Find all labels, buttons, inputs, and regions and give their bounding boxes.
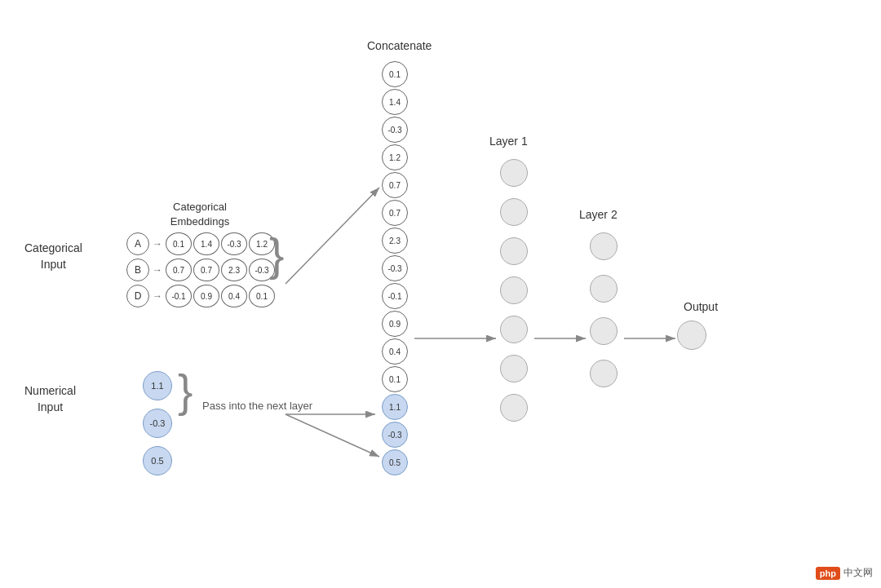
embed-val-d2: 0.9	[193, 285, 219, 307]
concat-c5: 0.7	[382, 172, 408, 198]
svg-line-1	[286, 188, 379, 284]
numerical-circles: 1.1 -0.3 0.5	[143, 371, 172, 475]
layer1-n7	[500, 394, 528, 422]
concat-c12: 0.1	[382, 366, 408, 392]
watermark-site-label: 中文网	[843, 566, 873, 580]
output-label: Output	[684, 300, 718, 313]
concat-c10: 0.9	[382, 311, 408, 337]
embed-val-d4: 0.1	[249, 285, 275, 307]
concat-c2: 1.4	[382, 89, 408, 115]
num-circle-2: -0.3	[143, 409, 172, 438]
embed-val-a3: -0.3	[221, 232, 247, 255]
embed-val-b1: 0.7	[166, 259, 192, 281]
concat-c1: 0.1	[382, 61, 408, 87]
embed-val-b3: 2.3	[221, 259, 247, 281]
arrow-d: →	[153, 290, 162, 302]
concat-c9: -0.1	[382, 283, 408, 309]
layer1-n6	[500, 355, 528, 382]
numerical-input-label: Numerical Input	[24, 383, 76, 415]
embed-row-d: D → -0.1 0.9 0.4 0.1	[126, 285, 275, 307]
concat-c7: 2.3	[382, 228, 408, 254]
diagram-container: Categorical Input Numerical Input Catego…	[0, 0, 881, 588]
concat-c6: 0.7	[382, 200, 408, 226]
concat-c15: 0.5	[382, 449, 408, 475]
concat-c11: 0.4	[382, 338, 408, 365]
svg-line-2	[286, 414, 379, 457]
layer2-n2	[590, 275, 618, 303]
layer2-column	[590, 232, 618, 387]
layer1-n1	[500, 159, 528, 187]
watermark-php-label: php	[816, 567, 840, 580]
layer1-label: Layer 1	[489, 135, 528, 148]
watermark: php 中文网	[816, 566, 873, 580]
pass-into-next-layer-label: Pass into the next layer	[202, 400, 312, 412]
embed-letter-a: A	[126, 232, 149, 255]
embed-grid: A → 0.1 1.4 -0.3 1.2 B → 0.7 0.7 2.3 -0.…	[126, 232, 275, 307]
layer1-column	[500, 159, 528, 422]
concat-c13: 1.1	[382, 394, 408, 420]
concat-column: 0.1 1.4 -0.3 1.2 0.7 0.7 2.3 -0.3 -0.1 0…	[382, 61, 408, 475]
concat-c8: -0.3	[382, 255, 408, 281]
layer2-label: Layer 2	[579, 208, 618, 221]
layer2-n1	[590, 232, 618, 260]
layer1-n5	[500, 316, 528, 343]
categorical-embeddings-label: Categorical Embeddings	[159, 200, 241, 229]
layer2-n3	[590, 317, 618, 345]
num-circle-1: 1.1	[143, 371, 172, 400]
embed-letter-d: D	[126, 285, 149, 307]
embed-row-a: A → 0.1 1.4 -0.3 1.2	[126, 232, 275, 255]
concat-c4: 1.2	[382, 144, 408, 170]
embed-letter-b: B	[126, 259, 149, 281]
concatenate-label: Concatenate	[367, 39, 432, 52]
arrow-b: →	[153, 264, 162, 276]
concat-c14: -0.3	[382, 422, 408, 448]
embed-val-d3: 0.4	[221, 285, 247, 307]
embed-val-a2: 1.4	[193, 232, 219, 255]
curly-brace-categorical: }	[269, 232, 284, 277]
embed-val-d1: -0.1	[166, 285, 192, 307]
output-circle	[677, 321, 706, 350]
layer2-n4	[590, 360, 618, 387]
arrow-a: →	[153, 238, 162, 250]
layer1-n4	[500, 276, 528, 304]
concat-c3: -0.3	[382, 117, 408, 143]
embed-row-b: B → 0.7 0.7 2.3 -0.3	[126, 259, 275, 281]
layer1-n2	[500, 198, 528, 226]
embed-val-a1: 0.1	[166, 232, 192, 255]
curly-brace-numerical: }	[178, 369, 193, 413]
layer1-n3	[500, 237, 528, 265]
categorical-input-label: Categorical Input	[24, 241, 82, 272]
embed-val-b2: 0.7	[193, 259, 219, 281]
num-circle-3: 0.5	[143, 446, 172, 475]
